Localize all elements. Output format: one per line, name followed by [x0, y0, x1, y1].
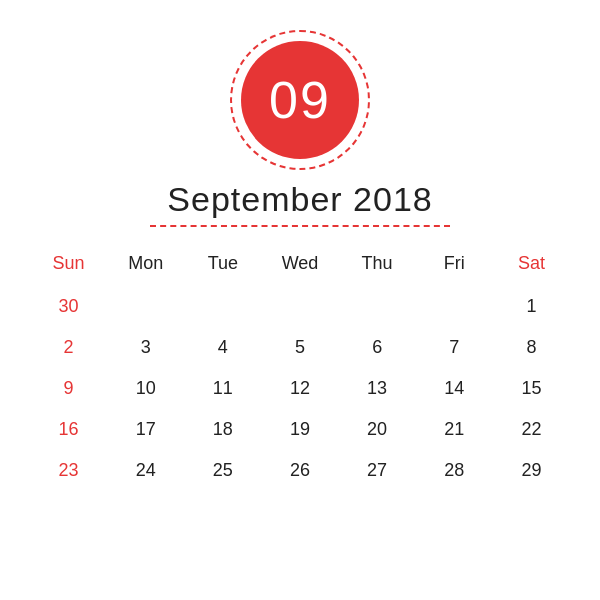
calendar-day-cell [339, 286, 416, 327]
calendar-day-cell: 15 [493, 368, 570, 409]
calendar-week-row: 23242526272829 [30, 450, 570, 491]
calendar-day-cell: 13 [339, 368, 416, 409]
header-sun: Sun [30, 245, 107, 286]
calendar-table: Sun Mon Tue Wed Thu Fri Sat 301234567891… [30, 245, 570, 491]
calendar-week-row: 2345678 [30, 327, 570, 368]
calendar-day-cell: 7 [416, 327, 493, 368]
month-number: 09 [269, 70, 331, 130]
calendar-day-cell: 20 [339, 409, 416, 450]
calendar-day-cell: 30 [30, 286, 107, 327]
calendar-day-cell [184, 286, 261, 327]
title-underline [150, 225, 450, 227]
weekday-header-row: Sun Mon Tue Wed Thu Fri Sat [30, 245, 570, 286]
calendar-day-cell: 14 [416, 368, 493, 409]
calendar-day-cell: 18 [184, 409, 261, 450]
calendar-day-cell: 25 [184, 450, 261, 491]
calendar-day-cell: 28 [416, 450, 493, 491]
calendar-day-cell: 12 [261, 368, 338, 409]
calendar-week-row: 301 [30, 286, 570, 327]
red-circle: 09 [241, 41, 359, 159]
header-wed: Wed [261, 245, 338, 286]
header-thu: Thu [339, 245, 416, 286]
calendar-day-cell: 1 [493, 286, 570, 327]
month-number-wrapper: 09 [230, 30, 370, 170]
header-fri: Fri [416, 245, 493, 286]
calendar-day-cell: 10 [107, 368, 184, 409]
calendar-day-cell: 11 [184, 368, 261, 409]
calendar-day-cell: 19 [261, 409, 338, 450]
calendar-week-row: 16171819202122 [30, 409, 570, 450]
calendar-day-cell: 6 [339, 327, 416, 368]
calendar-day-cell: 2 [30, 327, 107, 368]
header-sat: Sat [493, 245, 570, 286]
calendar-day-cell: 29 [493, 450, 570, 491]
calendar-day-cell: 21 [416, 409, 493, 450]
calendar-day-cell [261, 286, 338, 327]
calendar-day-cell: 22 [493, 409, 570, 450]
header-mon: Mon [107, 245, 184, 286]
calendar-day-cell [416, 286, 493, 327]
calendar-day-cell [107, 286, 184, 327]
calendar-week-row: 9101112131415 [30, 368, 570, 409]
calendar-day-cell: 5 [261, 327, 338, 368]
calendar-day-cell: 26 [261, 450, 338, 491]
month-year-title: September 2018 [167, 180, 432, 219]
calendar-day-cell: 8 [493, 327, 570, 368]
calendar-day-cell: 4 [184, 327, 261, 368]
calendar-day-cell: 27 [339, 450, 416, 491]
calendar-day-cell: 16 [30, 409, 107, 450]
header-tue: Tue [184, 245, 261, 286]
calendar-day-cell: 17 [107, 409, 184, 450]
calendar-day-cell: 24 [107, 450, 184, 491]
calendar-day-cell: 9 [30, 368, 107, 409]
calendar-day-cell: 3 [107, 327, 184, 368]
calendar-day-cell: 23 [30, 450, 107, 491]
